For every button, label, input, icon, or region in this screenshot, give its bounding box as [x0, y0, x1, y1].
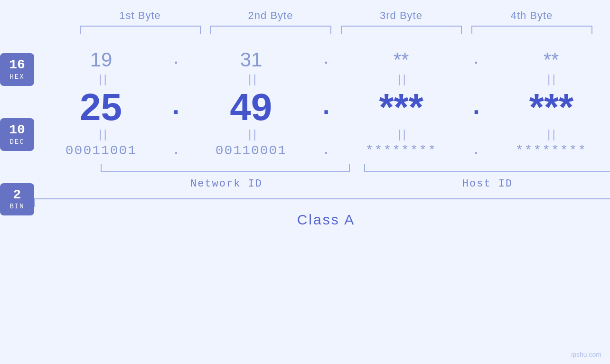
host-id-label: Host ID [357, 178, 610, 190]
byte4-header: 4th Byte [467, 9, 597, 22]
hex-byte3: ** [373, 48, 430, 71]
network-id-bracket [101, 164, 350, 172]
bytes-area: 19 . 31 . ** . ** || || [34, 48, 610, 228]
hex-dot3: . [469, 53, 483, 67]
hex-dot1: . [169, 53, 183, 67]
bin-dot2: . [319, 144, 333, 157]
hex-values-row: 19 . 31 . ** . ** [34, 48, 610, 71]
dec-byte2: 49 [223, 88, 280, 126]
bracket-1 [80, 26, 201, 34]
bin-byte1-cell: 00011001 [34, 143, 168, 158]
header-brackets [75, 26, 597, 34]
bin-byte3-cell: ******** [334, 143, 468, 158]
dec-byte2-cell: 49 [184, 88, 318, 126]
bin-dot1: . [169, 144, 183, 157]
class-label-container: Class A [34, 212, 610, 228]
byte3-header: 3rd Byte [336, 9, 467, 22]
class-label: Class A [297, 212, 356, 227]
eq2-b4: || [483, 126, 610, 143]
host-id-bracket [364, 164, 610, 172]
bin-byte3: ******** [366, 143, 437, 158]
dec-values-row: 25 . 49 . *** . *** [34, 88, 610, 126]
dec-dot1: . [169, 93, 183, 121]
bin-dot3: . [469, 144, 483, 157]
eq2-b2: || [184, 126, 319, 143]
bracket-4 [471, 26, 592, 34]
eq2-b3: || [333, 126, 469, 143]
bin-badge: 2 BIN [0, 183, 34, 216]
watermark: ipshu.com [571, 351, 601, 358]
hex-badge: 16 HEX [0, 53, 34, 86]
dec-byte3-cell: *** [335, 88, 468, 126]
dec-byte4-cell: *** [485, 88, 610, 126]
dec-byte3: *** [373, 88, 430, 126]
id-labels-row: Network ID Host ID [96, 178, 610, 190]
hex-byte1: 19 [73, 48, 130, 71]
badges-column: 16 HEX 10 DEC 2 BIN [0, 48, 34, 215]
hex-byte2: 31 [223, 48, 280, 71]
byte2-header: 2nd Byte [206, 9, 336, 22]
hex-byte4: ** [523, 48, 580, 71]
hex-dot2: . [319, 53, 333, 67]
dec-byte1: 25 [73, 88, 130, 126]
bin-byte1: 00011001 [66, 143, 137, 158]
byte1-header: 1st Byte [75, 9, 206, 22]
bracket-2 [210, 26, 331, 34]
dec-byte1-cell: 25 [34, 88, 168, 126]
bin-byte4-cell: ******** [484, 143, 610, 158]
class-bar [34, 198, 610, 207]
hex-byte3-cell: ** [334, 48, 468, 71]
eq2-b1: || [34, 126, 169, 143]
dec-dot2: . [319, 93, 333, 121]
main-content: 16 HEX 10 DEC 2 BIN 19 . 31 [0, 48, 610, 228]
bin-byte4: ******** [516, 143, 587, 158]
network-id-label: Network ID [96, 178, 357, 190]
bin-byte2: 00110001 [216, 143, 287, 158]
bottom-brackets: Network ID Host ID [96, 164, 610, 190]
bin-values-row: 00011001 . 00110001 . ******** . *******… [34, 143, 610, 158]
id-bracket-container [96, 164, 610, 174]
bin-byte2-cell: 00110001 [184, 143, 318, 158]
byte-headers: 1st Byte 2nd Byte 3rd Byte 4th Byte [75, 9, 597, 22]
bracket-3 [341, 26, 462, 34]
dec-badge: 10 DEC [0, 118, 34, 151]
hex-byte1-cell: 19 [34, 48, 168, 71]
equals-row-2: || || || || [34, 126, 610, 143]
hex-byte2-cell: 31 [184, 48, 318, 71]
dec-dot3: . [469, 93, 484, 121]
main-container: 1st Byte 2nd Byte 3rd Byte 4th Byte 16 H… [0, 0, 610, 364]
dec-byte4: *** [523, 88, 580, 126]
hex-byte4-cell: ** [484, 48, 610, 71]
